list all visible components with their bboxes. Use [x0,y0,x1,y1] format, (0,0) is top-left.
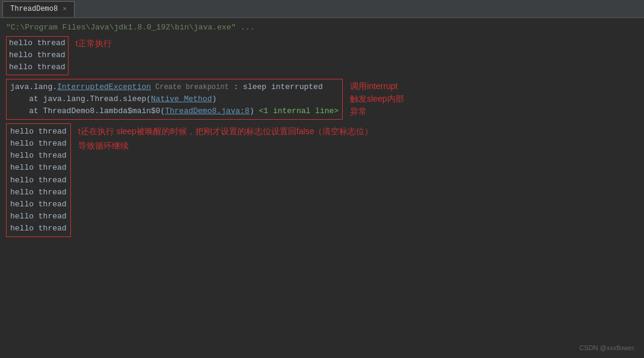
exception-at1-suffix: ) [212,94,216,103]
annotation-line2: 触发sleep内部 [350,93,403,105]
list-item: hello thread [10,138,67,150]
run-path-line: "C:\Program Files\Java\jdk1.8.0_192\bin\… [6,22,638,34]
list-item: hello thread [10,199,67,211]
section2-annotation: 调用interrupt 触发sleep内部 异常 [350,80,403,118]
annotation3-line1: t还在执行 sleep被唤醒的时候，把刚才设置的标志位设置回false（清空标志… [78,125,373,139]
list-item: hello thread [9,37,66,49]
console-area: "C:\Program Files\Java\jdk1.8.0_192\bin\… [0,18,644,358]
annotation-line1: 调用interrupt [350,80,403,93]
annotation-line3: 异常 [350,105,403,118]
section1-annotation: t正常执行 [76,37,112,51]
list-item: hello thread [10,223,67,235]
section3-container: hello thread hello thread hello thread h… [6,123,638,237]
close-icon[interactable]: × [63,5,67,13]
exception-suffix: : sleep interrupted [229,82,323,91]
tab-label: ThreadDemo8 [10,5,58,13]
section1-container: hello thread hello thread hello thread t… [6,36,638,75]
list-item: hello thread [10,150,67,162]
list-item: hello thread [9,49,66,61]
section3-annotation: t还在执行 sleep被唤醒的时候，把刚才设置的标志位设置回false（清空标志… [78,125,373,153]
exception-at1: at java.lang.Thread.sleep( [10,94,151,103]
create-breakpoint-label: Create breakpoint [151,83,229,91]
exception-at2-prefix: at ThreadDemo8.lambda$main$0( [10,106,165,116]
native-method-link[interactable]: Native Method [151,94,212,103]
section3-box: hello thread hello thread hello thread h… [6,123,71,237]
section2-container: java.lang.InterruptedException Create br… [6,79,638,120]
list-item: hello thread [9,61,66,73]
list-item: hello thread [10,126,67,138]
list-item: hello thread [10,162,67,174]
tab-threaddemo8[interactable]: ThreadDemo8 × [2,1,75,17]
list-item: hello thread [10,211,67,223]
exception-line1: java.lang.InterruptedException Create br… [10,81,339,93]
exception-prefix: java.lang. [10,82,57,91]
exception-class-link[interactable]: InterruptedException [57,82,151,91]
internal-line-badge: <1 internal line> [254,106,339,116]
exception-line3: at ThreadDemo8.lambda$main$0(ThreadDemo8… [10,105,339,117]
csdn-watermark: CSDN @xxxflower. [579,343,636,353]
section1-box: hello thread hello thread hello thread [6,36,69,75]
threaddemo8-link[interactable]: ThreadDemo8.java:8 [165,106,249,116]
exception-at2-suffix: ) [250,106,254,116]
list-item: hello thread [10,174,67,187]
list-item: hello thread [10,187,67,199]
exception-line2: at java.lang.Thread.sleep(Native Method) [10,93,339,105]
annotation3-line2: 导致循环继续 [78,139,373,153]
section2-box: java.lang.InterruptedException Create br… [6,79,343,120]
tab-bar: ThreadDemo8 × [0,0,644,18]
